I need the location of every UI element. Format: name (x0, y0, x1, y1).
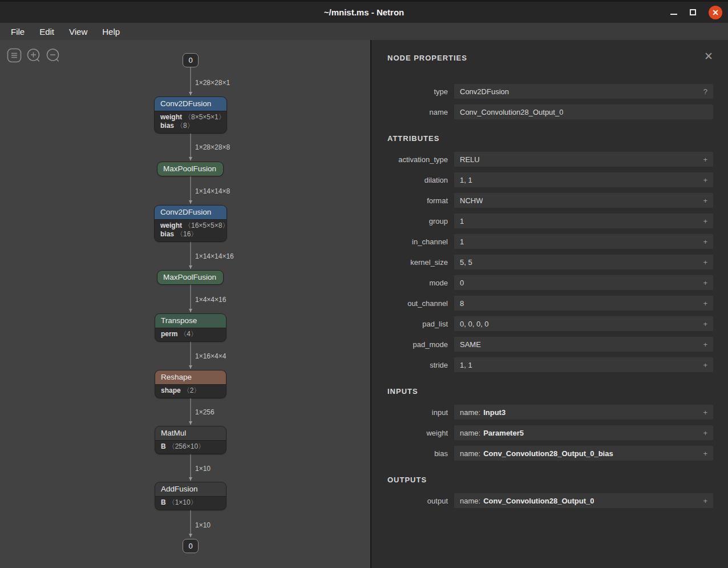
edge-label: 1×16×4×4 (195, 352, 226, 360)
node-title[interactable]: AddFusion (155, 482, 226, 496)
attribute-row: pad_list 0, 0, 0, 0 + (387, 316, 713, 331)
node-title[interactable]: MaxPoolFusion (157, 162, 223, 176)
graph-node-transpose[interactable]: Transpose perm〈4〉 (155, 314, 226, 341)
graph-node-conv2dfusion-2[interactable]: Conv2DFusion weight〈16×5×5×8〉 bias〈16〉 (155, 206, 227, 241)
window-title: ~/mnist.ms - Netron (324, 7, 404, 17)
attribute-row: activation_type RELU + (387, 152, 713, 167)
graph-node-addfusion[interactable]: AddFusion B〈1×10〉 (155, 482, 226, 510)
graph-toolbar (7, 48, 60, 63)
input-row: input name: Input3 + (387, 405, 713, 420)
expand-icon[interactable]: + (703, 497, 707, 505)
attribute-field[interactable]: 8 + (454, 296, 713, 311)
output-row: output name: Conv_Convolution28_Output_0… (387, 493, 713, 508)
output-field[interactable]: name: Conv_Convolution28_Output_0 + (454, 493, 713, 508)
expand-icon[interactable]: + (703, 340, 707, 349)
node-title[interactable]: MaxPoolFusion (157, 271, 223, 284)
close-icon[interactable]: ✕ (709, 6, 722, 19)
graph-node-maxpoolfusion-1[interactable]: MaxPoolFusion (157, 162, 223, 176)
node-attributes: weight〈16×5×5×8〉 bias〈16〉 (155, 219, 227, 241)
node-title[interactable]: Conv2DFusion (155, 206, 227, 219)
expand-icon[interactable]: + (703, 155, 707, 164)
graph-node-reshape[interactable]: Reshape shape〈2〉 (155, 370, 226, 398)
graph-canvas[interactable]: 1×28×28×1 1×28×28×8 1×14×14×8 1×14×14×16… (0, 40, 371, 568)
menu-edit[interactable]: Edit (32, 25, 62, 39)
edge-label: 1×10 (195, 521, 211, 529)
expand-icon[interactable]: + (703, 176, 707, 184)
attribute-row: pad_mode SAME + (387, 337, 713, 352)
panel-title: NODE PROPERTIES (387, 54, 467, 62)
attribute-field[interactable]: NCHW + (454, 193, 713, 208)
node-attributes: B〈256×10〉 (155, 440, 226, 454)
attribute-field[interactable]: 5, 5 + (454, 255, 713, 269)
graph-node-conv2dfusion-1[interactable]: Conv2DFusion weight〈8×5×5×1〉 bias〈8〉 (155, 97, 227, 133)
type-field[interactable]: Conv2DFusion ? (454, 84, 713, 99)
edge-label: 1×28×28×1 (195, 79, 230, 87)
property-row-type: type Conv2DFusion ? (387, 84, 713, 99)
node-properties-panel: NODE PROPERTIES ✕ type Conv2DFusion ? na… (371, 40, 727, 568)
input-field[interactable]: name: Parameter5 + (454, 425, 713, 440)
node-title[interactable]: Reshape (155, 370, 226, 384)
type-help-icon[interactable]: ? (703, 87, 707, 96)
node-attributes: shape〈2〉 (155, 384, 226, 398)
attribute-field[interactable]: 1 + (454, 234, 713, 249)
attributes-section-title: ATTRIBUTES (387, 134, 713, 143)
zoom-in-icon[interactable] (26, 48, 41, 63)
expand-icon[interactable]: + (703, 299, 707, 308)
attribute-field[interactable]: 1 + (454, 213, 713, 228)
attribute-field[interactable]: 0 + (454, 275, 713, 290)
node-title[interactable]: MatMul (155, 426, 226, 440)
node-title[interactable]: Transpose (155, 314, 226, 328)
attribute-field[interactable]: RELU + (454, 152, 713, 167)
input-row: bias name: Conv_Convolution28_Output_0_b… (387, 446, 713, 461)
model-properties-icon[interactable] (7, 48, 22, 63)
expand-icon[interactable]: + (703, 196, 707, 205)
graph-node-maxpoolfusion-2[interactable]: MaxPoolFusion (157, 271, 223, 284)
graph-input-node[interactable]: 0 (183, 53, 199, 67)
edge-label: 1×10 (195, 465, 211, 473)
node-title[interactable]: Conv2DFusion (155, 97, 227, 111)
attribute-row: mode 0 + (387, 275, 713, 290)
window-controls: ✕ (670, 2, 722, 23)
menu-help[interactable]: Help (95, 25, 127, 39)
edge-label: 1×4×4×16 (195, 296, 226, 304)
expand-icon[interactable]: + (703, 258, 707, 267)
expand-icon[interactable]: + (703, 408, 707, 417)
input-field[interactable]: name: Conv_Convolution28_Output_0_bias + (454, 446, 713, 461)
edge-label: 1×14×14×8 (195, 187, 230, 195)
attribute-row: out_channel 8 + (387, 296, 713, 311)
expand-icon[interactable]: + (703, 217, 707, 225)
input-row: weight name: Parameter5 + (387, 425, 713, 440)
expand-icon[interactable]: + (703, 361, 707, 369)
menu-file[interactable]: File (3, 25, 32, 39)
edge-label: 1×28×28×8 (195, 143, 230, 151)
menu-bar: File Edit View Help (0, 23, 728, 40)
attribute-field[interactable]: 1, 1 + (454, 172, 713, 187)
minimize-icon[interactable] (670, 9, 677, 16)
attribute-field[interactable]: 0, 0, 0, 0 + (454, 316, 713, 331)
graph-output-node[interactable]: 0 (183, 539, 199, 553)
attribute-row: kernel_size 5, 5 + (387, 255, 713, 269)
attribute-field[interactable]: SAME + (454, 337, 713, 352)
inputs-section-title: INPUTS (387, 387, 713, 396)
expand-icon[interactable]: + (703, 449, 707, 458)
edge-label: 1×14×14×16 (195, 252, 234, 260)
node-attributes: weight〈8×5×5×1〉 bias〈8〉 (155, 111, 227, 133)
zoom-out-icon[interactable] (46, 48, 60, 63)
name-field[interactable]: Conv_Convolution28_Output_0 (454, 104, 713, 119)
graph-node-matmul[interactable]: MatMul B〈256×10〉 (155, 426, 226, 454)
input-field[interactable]: name: Input3 + (454, 405, 713, 420)
property-row-name: name Conv_Convolution28_Output_0 (387, 104, 713, 119)
expand-icon[interactable]: + (703, 320, 707, 328)
outputs-section-title: OUTPUTS (387, 476, 713, 484)
attribute-row: format NCHW + (387, 193, 713, 208)
expand-icon[interactable]: + (703, 429, 707, 437)
menu-view[interactable]: View (62, 25, 95, 39)
attribute-field[interactable]: 1, 1 + (454, 357, 713, 372)
panel-close-icon[interactable]: ✕ (704, 53, 713, 61)
expand-icon[interactable]: + (703, 237, 707, 246)
attribute-row: group 1 + (387, 213, 713, 228)
node-attributes: perm〈4〉 (155, 328, 226, 341)
expand-icon[interactable]: + (703, 279, 707, 287)
maximize-icon[interactable] (690, 9, 696, 15)
attribute-row: stride 1, 1 + (387, 357, 713, 372)
